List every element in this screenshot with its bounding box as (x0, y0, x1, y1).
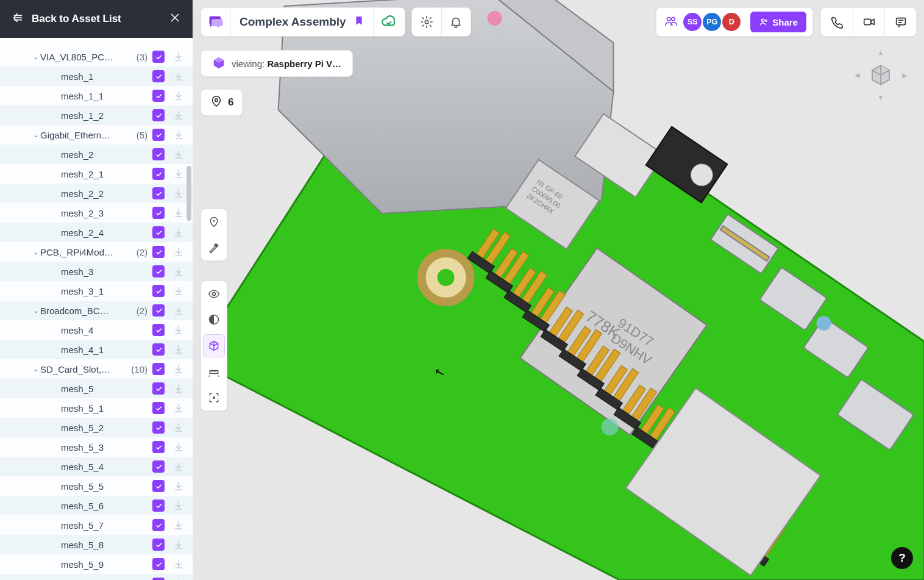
avatar[interactable]: D (722, 13, 741, 31)
tree-item[interactable]: mesh_3 (0, 262, 193, 281)
tree-item[interactable]: mesh_5_9 (0, 554, 193, 574)
tree-group[interactable]: ⌄Broadcom_BC…(2) (0, 301, 193, 320)
tree-item[interactable]: mesh_3_1 (0, 281, 193, 301)
asset-tree[interactable]: ⌄VIA_VL805_PC…(3)mesh_1mesh_1_1mesh_1_2⌄… (0, 47, 193, 580)
download-icon[interactable] (169, 204, 188, 222)
visibility-checkbox[interactable] (152, 480, 165, 492)
visibility-checkbox[interactable] (152, 460, 165, 473)
tree-item[interactable]: mesh_1_2 (0, 106, 193, 125)
tree-item[interactable]: mesh_5_2 (0, 418, 193, 437)
tree-item[interactable]: mesh_5 (0, 379, 193, 398)
visibility-checkbox[interactable] (152, 90, 165, 102)
tree-group[interactable]: ⌄VIA_VL805_PC…(3) (0, 47, 193, 66)
orientation-cube[interactable]: ▲ ▼ ▶ ◀ (853, 48, 908, 102)
visibility-checkbox[interactable] (152, 265, 165, 277)
download-icon[interactable] (169, 516, 188, 534)
download-icon[interactable] (169, 282, 188, 300)
chevron-down-icon[interactable]: ⌄ (30, 365, 40, 373)
group-icon[interactable] (664, 14, 677, 30)
visibility-checkbox[interactable] (152, 70, 165, 82)
visibility-checkbox[interactable] (152, 246, 165, 258)
tree-item[interactable]: mesh_1_1 (0, 86, 193, 106)
download-icon[interactable] (169, 145, 188, 163)
help-button[interactable]: ? (891, 547, 913, 569)
comments-icon[interactable] (884, 7, 916, 37)
chevron-down-icon[interactable]: ⌄ (30, 53, 40, 61)
tree-item[interactable]: mesh_5_8 (0, 535, 193, 554)
download-icon[interactable] (169, 379, 188, 398)
scrollbar-thumb[interactable] (187, 166, 191, 221)
chevron-left-icon[interactable]: ◀ (855, 71, 859, 79)
visibility-checkbox[interactable] (152, 558, 165, 570)
bookmark-icon[interactable] (354, 15, 364, 29)
download-icon[interactable] (169, 126, 188, 144)
tree-group[interactable]: ⌄SD_Card_Slot,…(10) (0, 359, 193, 379)
download-icon[interactable] (169, 438, 188, 456)
chevron-down-icon[interactable]: ⌄ (30, 131, 40, 139)
tree-item[interactable]: mesh_5_4 (0, 457, 193, 476)
visibility-checkbox[interactable] (152, 421, 165, 434)
tree-item[interactable]: mesh_1 (0, 66, 193, 86)
download-icon[interactable] (169, 184, 188, 202)
download-icon[interactable] (169, 223, 188, 242)
tree-item[interactable]: mesh_5_7 (0, 515, 193, 535)
tree-group[interactable]: ⌄PCB,_RPi4Mod…(2) (0, 242, 193, 262)
chevron-down-icon[interactable]: ⌄ (30, 248, 40, 256)
download-icon[interactable] (169, 360, 188, 378)
visibility-checkbox[interactable] (152, 499, 165, 512)
download-icon[interactable] (169, 301, 188, 320)
tree-item[interactable]: mesh_5_3 (0, 437, 193, 457)
visibility-checkbox[interactable] (152, 109, 165, 121)
visibility-checkbox[interactable] (152, 363, 165, 375)
avatar[interactable]: SS (683, 13, 702, 31)
model-view[interactable]: 778K 91D77 D9NHV N1 GF-60 C00095.00 3K2G… (193, 0, 924, 580)
pin-chip[interactable]: 6 (201, 89, 243, 116)
download-icon[interactable] (169, 418, 188, 437)
viewing-chip[interactable]: viewing: Raspberry Pi V… (201, 50, 353, 77)
phone-icon[interactable] (821, 7, 853, 37)
gear-icon[interactable] (412, 7, 441, 37)
avatar[interactable]: PG (703, 13, 721, 31)
visibility-checkbox[interactable] (152, 304, 165, 317)
chevron-down-icon[interactable]: ▼ (878, 94, 884, 101)
download-icon[interactable] (169, 399, 188, 417)
download-icon[interactable] (169, 496, 188, 515)
visibility-checkbox[interactable] (152, 324, 165, 336)
back-icon[interactable] (11, 11, 24, 27)
download-icon[interactable] (169, 340, 188, 359)
visibility-checkbox[interactable] (152, 51, 165, 63)
download-icon[interactable] (169, 535, 188, 554)
bell-icon[interactable] (441, 7, 471, 37)
download-icon[interactable] (169, 165, 188, 183)
download-icon[interactable] (169, 106, 188, 124)
focus-button[interactable] (201, 385, 227, 410)
visibility-checkbox[interactable] (152, 343, 165, 356)
visibility-checkbox[interactable] (152, 226, 165, 238)
tree-item[interactable]: mesh_2_1 (0, 164, 193, 184)
visibility-checkbox[interactable] (152, 168, 165, 180)
download-icon[interactable] (169, 48, 188, 66)
chevron-up-icon[interactable]: ▲ (878, 49, 884, 56)
back-to-asset-list-label[interactable]: Back to Asset List (32, 13, 121, 25)
visibility-checkbox[interactable] (152, 519, 165, 531)
tree-item[interactable]: mesh_5_6 (0, 496, 193, 515)
tree-item[interactable]: mesh_5_5 (0, 476, 193, 496)
download-icon[interactable] (169, 457, 188, 476)
download-icon[interactable] (169, 243, 188, 261)
tree-item[interactable]: mesh_2_3 (0, 203, 193, 223)
visibility-checkbox[interactable] (152, 539, 165, 551)
tree-item[interactable]: mesh_4_1 (0, 340, 193, 359)
chevron-down-icon[interactable]: ⌄ (30, 307, 40, 315)
visibility-checkbox[interactable] (152, 382, 165, 395)
magic-button[interactable] (201, 235, 227, 260)
cloud-sync-icon[interactable] (373, 8, 405, 36)
add-marker-button[interactable] (201, 209, 227, 235)
share-button[interactable]: Share (750, 12, 806, 32)
tree-group[interactable]: ⌄254_mm_DUP…(41) (0, 574, 193, 580)
visibility-checkbox[interactable] (152, 285, 165, 297)
visibility-checkbox[interactable] (152, 441, 165, 453)
tree-group[interactable]: ⌄Gigabit_Ethern…(5) (0, 125, 193, 145)
viewport[interactable]: 778K 91D77 D9NHV N1 GF-60 C00095.00 3K2G… (193, 0, 924, 580)
contrast-button[interactable] (201, 307, 227, 332)
visibility-checkbox[interactable] (152, 187, 165, 199)
